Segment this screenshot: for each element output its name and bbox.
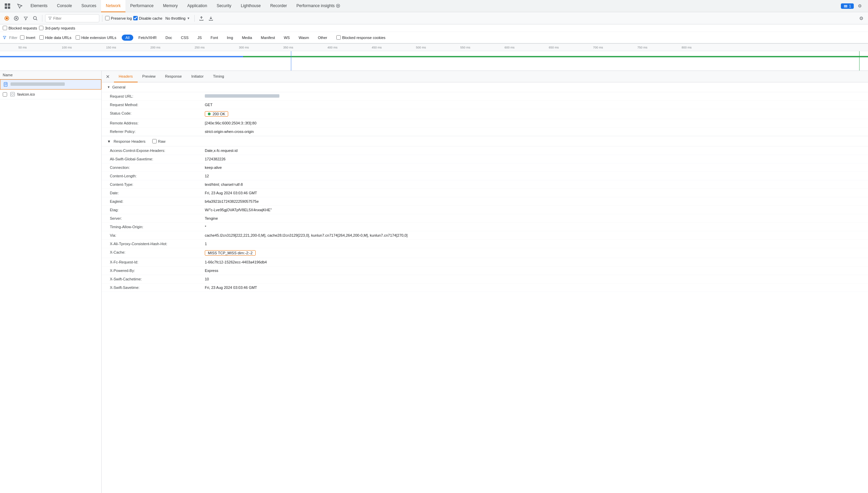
filter-media[interactable]: Media — [238, 35, 256, 41]
upload-button[interactable] — [197, 14, 205, 22]
filter-wasm[interactable]: Wasm — [295, 35, 313, 41]
disable-cache-input[interactable] — [133, 16, 138, 20]
tab-security[interactable]: Security — [212, 0, 236, 12]
preserve-log-input[interactable] — [105, 16, 110, 20]
ruler-600ms: 600 ms — [505, 46, 515, 49]
ruler-800ms: 800 ms — [682, 46, 692, 49]
ruler-150ms: 150 ms — [106, 46, 116, 49]
blocked-response-cookies-label: Blocked response cookies — [342, 36, 386, 40]
stop-recording-button[interactable] — [3, 14, 11, 22]
blocked-response-cookies-input[interactable] — [336, 35, 341, 40]
upload-icons — [197, 14, 215, 22]
invert-label: Invert — [26, 36, 35, 40]
search-button[interactable] — [31, 14, 39, 22]
hide-extension-urls-input[interactable] — [76, 35, 80, 40]
third-party-input[interactable] — [39, 26, 43, 30]
clear-button[interactable] — [12, 14, 20, 22]
filter-all[interactable]: All — [122, 35, 133, 41]
tab-preview[interactable]: Preview — [138, 71, 160, 82]
blocked-requests-input[interactable] — [3, 26, 7, 30]
filter-doc[interactable]: Doc — [162, 35, 176, 41]
filter-bar-top: Blocked requests 3rd-party requests — [0, 24, 868, 32]
status-code-text: 200 OK — [213, 112, 225, 116]
blocked-requests-label: Blocked requests — [8, 26, 37, 30]
throttling-select[interactable]: No throttling ▼ — [164, 15, 192, 21]
filter-ws[interactable]: WS — [280, 35, 294, 41]
status-dot — [208, 113, 211, 115]
raw-label: Raw — [158, 139, 165, 143]
devtools-icon[interactable] — [3, 1, 12, 11]
download-button[interactable] — [207, 14, 215, 22]
raw-checkbox[interactable]: Raw — [152, 139, 165, 143]
header-ali-swift-label: Ali-Swift-Global-Savetime: — [110, 157, 205, 161]
disable-cache-checkbox[interactable]: Disable cache — [133, 16, 162, 20]
filter-img[interactable]: Img — [223, 35, 237, 41]
header-server-value: Tengine — [205, 216, 860, 220]
tab-elements[interactable]: Elements — [26, 0, 52, 12]
hide-data-urls-checkbox[interactable]: Hide data URLs — [39, 35, 72, 40]
document-icon — [3, 82, 8, 87]
response-headers-section-header[interactable]: ▼ Response Headers Raw — [102, 136, 868, 146]
filter-js[interactable]: JS — [194, 35, 205, 41]
third-party-checkbox[interactable]: 3rd-party requests — [39, 26, 75, 30]
header-content-type-value: text/html; charset=utf-8 — [205, 182, 860, 186]
panel-close-button[interactable]: ✕ — [104, 73, 111, 80]
ruler-550ms: 550 ms — [460, 46, 470, 49]
filter-input-box[interactable] — [45, 14, 99, 22]
header-date-value: Fri, 23 Aug 2024 03:03:46 GMT — [205, 191, 860, 195]
header-eagleid-label: Eagleid: — [110, 199, 205, 203]
header-ali-swift: Ali-Swift-Global-Savetime: 1724382226 — [102, 155, 868, 163]
badge-button[interactable]: 1 — [841, 3, 854, 9]
hide-extension-urls-checkbox[interactable]: Hide extension URLs — [76, 35, 116, 40]
header-timing-allow: Timing-Allow-Origin: * — [102, 223, 868, 231]
filter-fetch-xhr[interactable]: Fetch/XHR — [135, 35, 160, 41]
header-xcache-value: MISS TCP_MISS dirn:-2:-2 — [205, 250, 860, 256]
tab-performance-insights[interactable]: Performance insights — [292, 0, 345, 12]
invert-checkbox[interactable]: Invert — [20, 35, 35, 40]
blocked-requests-checkbox[interactable]: Blocked requests — [3, 26, 37, 30]
filter-input[interactable] — [53, 16, 96, 20]
timeline-vline-blue — [291, 51, 291, 71]
filter-css[interactable]: CSS — [177, 35, 193, 41]
inspect-icon[interactable] — [15, 1, 24, 11]
request-method-row: Request Method: GET — [102, 101, 868, 109]
tab-initiator[interactable]: Initiator — [186, 71, 208, 82]
tab-performance[interactable]: Performance — [125, 0, 158, 12]
tab-headers[interactable]: Headers — [114, 71, 138, 82]
favicon-checkbox[interactable] — [3, 92, 7, 97]
file-list-header-name: Name — [3, 73, 13, 77]
filter-font[interactable]: Font — [207, 35, 222, 41]
header-connection-label: Connection: — [110, 165, 205, 170]
raw-input[interactable] — [152, 139, 157, 143]
network-settings-button[interactable]: ⚙ — [857, 14, 865, 22]
filter-other[interactable]: Other — [314, 35, 331, 41]
status-badge: 200 OK — [205, 111, 228, 117]
ruler-100ms: 100 ms — [62, 46, 72, 49]
hide-data-urls-label: Hide data URLs — [45, 36, 72, 40]
hide-data-urls-input[interactable] — [39, 35, 44, 40]
list-item-favicon[interactable]: favicon.ico — [0, 90, 101, 99]
tab-memory[interactable]: Memory — [158, 0, 182, 12]
tab-lighthouse[interactable]: Lighthouse — [236, 0, 265, 12]
preserve-log-checkbox[interactable]: Preserve log — [105, 16, 132, 20]
tab-response[interactable]: Response — [160, 71, 187, 82]
filter-icon-button[interactable] — [22, 14, 30, 22]
tab-application[interactable]: Application — [182, 0, 212, 12]
main-area: Name — [0, 71, 868, 493]
tab-network[interactable]: Network — [101, 0, 125, 12]
filter-manifest[interactable]: Manifest — [257, 35, 279, 41]
invert-input[interactable] — [20, 35, 24, 40]
tab-console[interactable]: Console — [52, 0, 77, 12]
blocked-response-cookies-checkbox[interactable]: Blocked response cookies — [336, 35, 386, 40]
general-section-header[interactable]: ▼ General — [102, 82, 868, 92]
settings-icon[interactable]: ⚙ — [856, 2, 864, 10]
svg-rect-5 — [844, 5, 847, 6]
list-item-selected[interactable] — [0, 79, 101, 90]
tab-sources[interactable]: Sources — [77, 0, 101, 12]
header-content-type-label: Content-Type: — [110, 182, 205, 186]
ruler-400ms: 400 ms — [328, 46, 338, 49]
tab-recorder[interactable]: Recorder — [265, 0, 292, 12]
request-url-label: Request URL: — [110, 94, 205, 98]
tab-timing[interactable]: Timing — [208, 71, 229, 82]
header-x-swift-savetime: X-Swift-Savetime: Fri, 23 Aug 2024 03:03… — [102, 283, 868, 292]
